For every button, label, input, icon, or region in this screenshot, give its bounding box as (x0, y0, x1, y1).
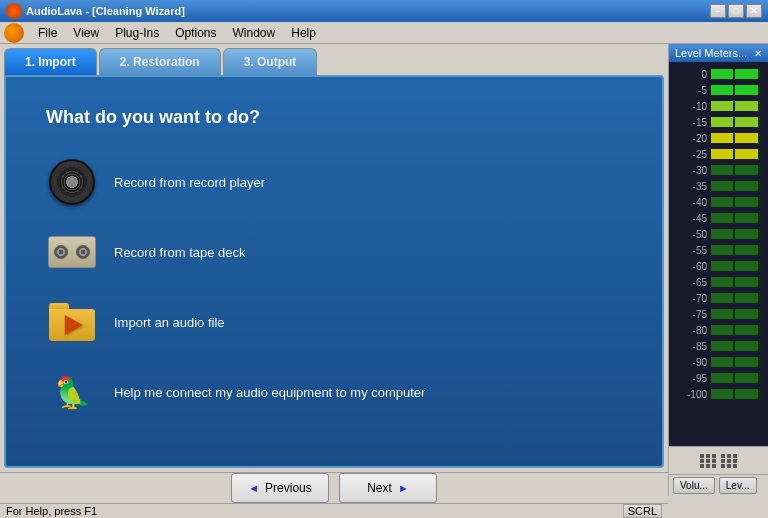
option-import-file-label: Import an audio file (114, 315, 225, 330)
level-channel2-4 (735, 133, 757, 143)
level-channel1-3 (711, 117, 733, 127)
level-row-5: -25 (675, 146, 762, 162)
level-row-7: -35 (675, 178, 762, 194)
level-label-14: -70 (675, 293, 707, 304)
level-row-1: -5 (675, 82, 762, 98)
level-bar-19 (711, 373, 762, 383)
level-channel1-15 (711, 309, 733, 319)
level-channel1-4 (711, 133, 733, 143)
option-import-file[interactable]: Import an audio file (46, 296, 622, 348)
option-connect-equipment[interactable]: 🦜 Help me connect my audio equipment to … (46, 366, 622, 418)
level-bar-1 (711, 85, 762, 95)
level-tab-button[interactable]: Lev... (719, 477, 757, 494)
volume-tab-button[interactable]: Volu... (673, 477, 715, 494)
app-menu-icon (4, 23, 24, 43)
level-row-10: -50 (675, 226, 762, 242)
panel-bottom (669, 446, 768, 474)
level-channel1-19 (711, 373, 733, 383)
minimize-button[interactable]: − (710, 4, 726, 18)
level-meter-area: 0-5-10-15-20-25-30-35-40-45-50-55-60-65-… (669, 62, 768, 446)
app-icon (6, 3, 22, 19)
level-bar-15 (711, 309, 762, 319)
level-channel1-17 (711, 341, 733, 351)
menu-view[interactable]: View (65, 24, 107, 42)
option-record-player-label: Record from record player (114, 175, 265, 190)
level-bar-16 (711, 325, 762, 335)
level-channel2-11 (735, 245, 757, 255)
level-label-7: -35 (675, 181, 707, 192)
title-bar: AudioLava - [Cleaning Wizard] − □ ✕ (0, 0, 768, 22)
level-row-20: -100 (675, 386, 762, 402)
level-channel2-14 (735, 293, 757, 303)
level-label-2: -10 (675, 101, 707, 112)
tab-output[interactable]: 3. Output (223, 48, 318, 75)
level-channel1-0 (711, 69, 733, 79)
grid-icon-right (721, 454, 738, 468)
level-channel2-15 (735, 309, 757, 319)
level-channel1-20 (711, 389, 733, 399)
level-channel2-9 (735, 213, 757, 223)
menu-plugins[interactable]: Plug-Ins (107, 24, 167, 42)
next-button[interactable]: Next ► (339, 473, 437, 503)
level-label-1: -5 (675, 85, 707, 96)
level-row-18: -90 (675, 354, 762, 370)
level-channel1-12 (711, 261, 733, 271)
connect-equipment-icon: 🦜 (46, 366, 98, 418)
grid-icon-left (700, 454, 717, 468)
level-channel2-20 (735, 389, 757, 399)
level-label-19: -95 (675, 373, 707, 384)
level-channel2-12 (735, 261, 757, 271)
menu-file[interactable]: File (30, 24, 65, 42)
level-channel1-10 (711, 229, 733, 239)
level-row-11: -55 (675, 242, 762, 258)
previous-button[interactable]: ◄ Previous (231, 473, 329, 503)
level-row-4: -20 (675, 130, 762, 146)
level-channel1-14 (711, 293, 733, 303)
level-channel2-10 (735, 229, 757, 239)
level-meters-panel: Level Meters... ✕ 0-5-10-15-20-25-30-35-… (668, 44, 768, 496)
level-label-10: -50 (675, 229, 707, 240)
level-bar-3 (711, 117, 762, 127)
level-row-0: 0 (675, 66, 762, 82)
level-channel2-13 (735, 277, 757, 287)
menu-options[interactable]: Options (167, 24, 224, 42)
option-tape-deck[interactable]: Record from tape deck (46, 226, 622, 278)
level-bar-12 (711, 261, 762, 271)
menu-help[interactable]: Help (283, 24, 324, 42)
option-record-player[interactable]: Record from record player (46, 156, 622, 208)
tab-import[interactable]: 1. Import (4, 48, 97, 75)
option-tape-deck-label: Record from tape deck (114, 245, 246, 260)
main-container: 1. Import 2. Restoration 3. Output What … (0, 44, 768, 496)
level-channel2-5 (735, 149, 757, 159)
level-label-12: -60 (675, 261, 707, 272)
level-label-5: -25 (675, 149, 707, 160)
level-bar-4 (711, 133, 762, 143)
level-channel2-16 (735, 325, 757, 335)
tape-deck-icon (46, 226, 98, 278)
level-label-17: -85 (675, 341, 707, 352)
level-bar-11 (711, 245, 762, 255)
maximize-button[interactable]: □ (728, 4, 744, 18)
status-bar: For Help, press F1 SCRL (0, 503, 668, 518)
panel-close-button[interactable]: ✕ (754, 48, 762, 59)
level-bar-17 (711, 341, 762, 351)
next-arrow-icon: ► (398, 482, 409, 494)
level-label-20: -100 (675, 389, 707, 400)
previous-arrow-icon: ◄ (248, 482, 259, 494)
level-row-14: -70 (675, 290, 762, 306)
level-bar-6 (711, 165, 762, 175)
status-scrl: SCRL (623, 504, 662, 518)
menu-bar: File View Plug-Ins Options Window Help (0, 22, 768, 44)
tab-restoration[interactable]: 2. Restoration (99, 48, 221, 75)
level-row-2: -10 (675, 98, 762, 114)
level-row-15: -75 (675, 306, 762, 322)
level-channel2-17 (735, 341, 757, 351)
level-label-11: -55 (675, 245, 707, 256)
content-area: 1. Import 2. Restoration 3. Output What … (0, 44, 668, 496)
menu-window[interactable]: Window (225, 24, 284, 42)
window-controls: − □ ✕ (710, 4, 762, 18)
level-label-6: -30 (675, 165, 707, 176)
level-row-9: -45 (675, 210, 762, 226)
close-button[interactable]: ✕ (746, 4, 762, 18)
level-bar-10 (711, 229, 762, 239)
